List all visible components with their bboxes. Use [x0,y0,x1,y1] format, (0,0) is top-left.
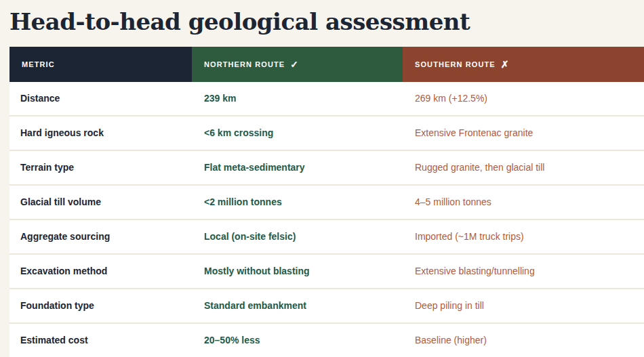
table-row: Aggregate sourcing Local (on-site felsic… [9,219,644,253]
comparison-table: METRIC NORTHERN ROUTE ✓ SOUTHERN ROUTE ✗… [9,47,644,357]
metric-label: Hard igneous rock [9,127,192,138]
metric-label: Excavation method [9,266,192,276]
table-row: Excavation method Mostly without blastin… [9,253,644,288]
metric-label: Estimated cost [9,335,192,345]
northern-route-value: <6 km crossing [192,127,403,138]
northern-route-value: 20–50% less [192,335,403,345]
column-header-metric-label: METRIC [22,60,55,68]
northern-route-value: Standard embankment [192,300,403,311]
column-header-metric: METRIC [9,47,192,82]
table-body: Distance 239 km 269 km (+12.5%) Hard ign… [9,82,644,357]
metric-label: Aggregate sourcing [9,231,192,242]
northern-route-value: Mostly without blasting [192,266,403,276]
southern-route-value: Deep piling in till [403,300,644,311]
column-header-southern-label: SOUTHERN ROUTE [415,60,496,68]
table-row: Terrain type Flat meta-sedimentary Rugge… [9,150,644,184]
southern-route-value: Baseline (higher) [403,335,644,345]
page-title: Head-to-head geological assessment [9,7,644,37]
check-icon: ✓ [290,59,298,70]
metric-label: Glacial till volume [9,196,192,207]
metric-label: Foundation type [9,300,192,311]
northern-route-value: 239 km [192,93,403,104]
northern-route-value: <2 million tonnes [192,196,403,207]
column-header-northern-label: NORTHERN ROUTE [204,60,285,68]
table-row: Foundation type Standard embankment Deep… [9,288,644,322]
northern-route-value: Flat meta-sedimentary [192,162,403,173]
table-row: Estimated cost 20–50% less Baseline (hig… [9,322,644,357]
metric-label: Terrain type [9,162,192,173]
southern-route-value: Rugged granite, then glacial till [403,162,644,173]
southern-route-value: 269 km (+12.5%) [403,93,644,104]
cross-icon: ✗ [501,59,509,70]
table-header-row: METRIC NORTHERN ROUTE ✓ SOUTHERN ROUTE ✗ [9,47,644,82]
table-row: Glacial till volume <2 million tonnes 4–… [9,184,644,219]
southern-route-value: Extensive blasting/tunnelling [403,266,644,276]
southern-route-value: Imported (~1M truck trips) [403,231,644,242]
northern-route-value: Local (on-site felsic) [192,231,403,242]
column-header-southern-route: SOUTHERN ROUTE ✗ [403,47,644,82]
column-header-northern-route: NORTHERN ROUTE ✓ [192,47,403,82]
table-row: Hard igneous rock <6 km crossing Extensi… [9,115,644,150]
southern-route-value: Extensive Frontenac granite [403,127,644,138]
southern-route-value: 4–5 million tonnes [403,196,644,207]
table-row: Distance 239 km 269 km (+12.5%) [9,82,644,115]
metric-label: Distance [9,93,192,104]
